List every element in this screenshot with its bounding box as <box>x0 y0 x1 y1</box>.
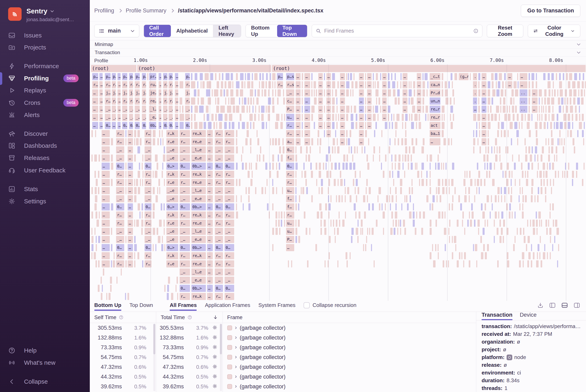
flame-frame[interactable]: … <box>102 244 110 251</box>
flame-frame[interactable] <box>281 114 282 121</box>
flame-frame[interactable] <box>538 212 541 218</box>
flame-frame[interactable] <box>451 122 453 129</box>
flame-frame[interactable] <box>513 244 515 251</box>
flame-frame[interactable] <box>272 138 274 145</box>
flame-frame[interactable] <box>555 220 557 227</box>
flame-frame[interactable]: p… <box>142 73 146 80</box>
flame-frame[interactable] <box>492 89 495 96</box>
flame-frame[interactable] <box>92 228 93 235</box>
flame-frame[interactable] <box>525 171 526 178</box>
flame-frame[interactable] <box>545 220 547 227</box>
flame-frame[interactable] <box>579 122 582 129</box>
bottom-up-button[interactable]: Bottom Up <box>246 25 277 37</box>
flame-frame[interactable] <box>500 106 501 113</box>
flame-frame[interactable]: 0… <box>116 244 124 251</box>
flame-frame[interactable] <box>357 146 358 154</box>
flame-frame[interactable]: … <box>296 122 301 129</box>
flame-frame[interactable] <box>298 220 300 227</box>
flame-frame[interactable] <box>480 236 482 243</box>
flame-frame[interactable] <box>269 171 271 178</box>
flame-frame[interactable] <box>352 154 353 162</box>
flame-frame[interactable] <box>354 146 355 154</box>
flame-frame[interactable] <box>564 171 565 178</box>
flame-frame[interactable] <box>499 114 500 121</box>
flame-frame[interactable]: _…e <box>166 228 178 235</box>
flame-frame[interactable]: r…s <box>92 81 98 88</box>
flame-frame[interactable] <box>574 146 575 154</box>
flame-frame[interactable]: … <box>318 106 323 113</box>
flame-frame[interactable] <box>422 89 425 96</box>
flame-frame[interactable] <box>198 98 199 104</box>
flame-frame[interactable] <box>572 179 573 186</box>
flame-frame[interactable] <box>302 98 303 104</box>
flame-frame[interactable] <box>551 187 552 194</box>
flame-frame[interactable] <box>560 89 563 96</box>
flame-frame[interactable] <box>581 98 583 104</box>
flame-frame[interactable] <box>497 228 498 235</box>
flame-frame[interactable]: r…k <box>166 212 178 218</box>
flame-frame[interactable] <box>512 106 514 113</box>
flame-frame[interactable] <box>485 220 486 227</box>
flame-frame[interactable] <box>272 187 274 194</box>
flame-frame[interactable] <box>553 81 554 88</box>
flame-frame[interactable] <box>229 114 232 121</box>
flame-frame[interactable] <box>405 130 407 137</box>
flame-frame[interactable] <box>321 187 323 194</box>
flame-frame[interactable] <box>545 138 546 145</box>
flame-frame[interactable] <box>451 73 452 80</box>
flame-frame[interactable] <box>563 146 564 154</box>
flame-frame[interactable] <box>478 73 480 80</box>
flame-frame[interactable] <box>477 179 479 186</box>
flame-frame[interactable]: re…e <box>149 98 156 104</box>
flame-frame[interactable]: _…e <box>135 106 140 113</box>
flame-frame[interactable]: _… <box>225 276 234 284</box>
flame-frame[interactable] <box>255 187 256 194</box>
flame-frame[interactable]: r… <box>180 130 190 137</box>
flame-frame[interactable] <box>385 154 386 162</box>
flame-frame[interactable] <box>324 89 325 96</box>
flame-frame[interactable] <box>444 114 445 121</box>
flame-frame[interactable] <box>511 89 514 96</box>
flame-frame[interactable] <box>510 122 513 129</box>
flame-frame[interactable] <box>413 203 414 210</box>
flame-frame[interactable] <box>395 187 397 194</box>
flame-frame[interactable]: … <box>118 122 121 129</box>
flame-frame[interactable]: … <box>296 81 301 88</box>
flame-frame[interactable]: r… <box>215 260 223 268</box>
flame-frame[interactable] <box>430 203 431 210</box>
org-switcher[interactable]: Sentry jonas.badalic@sent… <box>8 7 74 22</box>
flame-frame[interactable] <box>111 203 113 210</box>
flame-frame[interactable] <box>536 228 537 235</box>
flame-frame[interactable] <box>106 293 107 300</box>
flame-frame[interactable] <box>440 195 441 202</box>
flame-frame[interactable]: .. <box>473 73 477 80</box>
flame-frame[interactable] <box>409 98 410 104</box>
flame-frame[interactable] <box>424 73 428 80</box>
flame-frame[interactable]: r… <box>225 260 234 268</box>
expand-chevron-icon[interactable]: › <box>235 363 237 370</box>
total-time-header[interactable]: Total Time <box>156 312 222 323</box>
flame-frame[interactable]: 0… <box>105 122 111 129</box>
flame-frame[interactable] <box>351 106 352 113</box>
flame-frame[interactable] <box>157 162 158 170</box>
tab-system-frames[interactable]: System Frames <box>258 302 295 311</box>
flame-frame[interactable] <box>548 220 549 227</box>
flame-frame[interactable]: act <box>430 122 440 129</box>
flame-frame[interactable]: r… <box>286 171 294 178</box>
flame-frame[interactable] <box>324 73 325 80</box>
flame-frame[interactable]: 0… <box>286 162 294 170</box>
flame-frame[interactable] <box>314 98 317 104</box>
flame-frame[interactable] <box>94 252 96 259</box>
flame-frame[interactable] <box>514 212 515 218</box>
table-row[interactable]: ›(garbage collector) <box>223 382 476 392</box>
flame-frame[interactable] <box>346 162 348 170</box>
flame-frame[interactable] <box>539 106 540 113</box>
flame-frame[interactable] <box>143 171 144 178</box>
flame-frame[interactable] <box>478 228 479 235</box>
flame-frame[interactable]: … <box>92 98 98 104</box>
flame-frame[interactable] <box>525 154 527 162</box>
flame-frame[interactable] <box>454 187 456 194</box>
flame-frame[interactable] <box>92 187 93 194</box>
flame-frame[interactable] <box>537 154 538 162</box>
flame-frame[interactable] <box>401 203 402 210</box>
